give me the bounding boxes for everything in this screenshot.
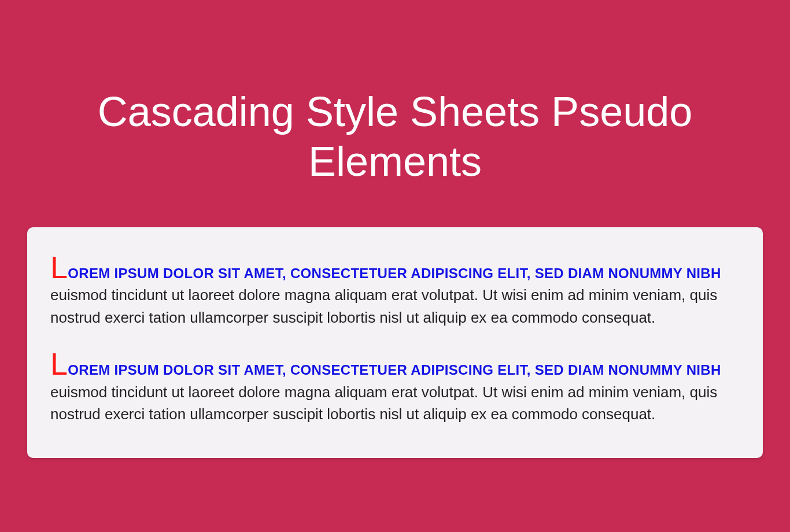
paragraph-body: euismod tincidunt ut laoreet dolore magn… xyxy=(50,286,717,326)
paragraph: Lorem ipsum dolor sit amet, consectetuer… xyxy=(50,352,740,425)
paragraph: Lorem ipsum dolor sit amet, consectetuer… xyxy=(50,255,740,328)
first-line: Lorem ipsum dolor sit amet, consectetuer… xyxy=(50,362,721,378)
first-letter: L xyxy=(50,250,68,285)
first-line-rest: orem ipsum dolor sit amet, consectetuer … xyxy=(68,265,721,281)
first-line-rest: orem ipsum dolor sit amet, consectetuer … xyxy=(68,362,721,378)
page-title: Cascading Style Sheets Pseudo Elements xyxy=(77,87,713,187)
first-letter: L xyxy=(50,346,68,381)
content-card: Lorem ipsum dolor sit amet, consectetuer… xyxy=(27,227,763,458)
first-line: Lorem ipsum dolor sit amet, consectetuer… xyxy=(50,265,721,281)
paragraph-body: euismod tincidunt ut laoreet dolore magn… xyxy=(50,383,717,423)
